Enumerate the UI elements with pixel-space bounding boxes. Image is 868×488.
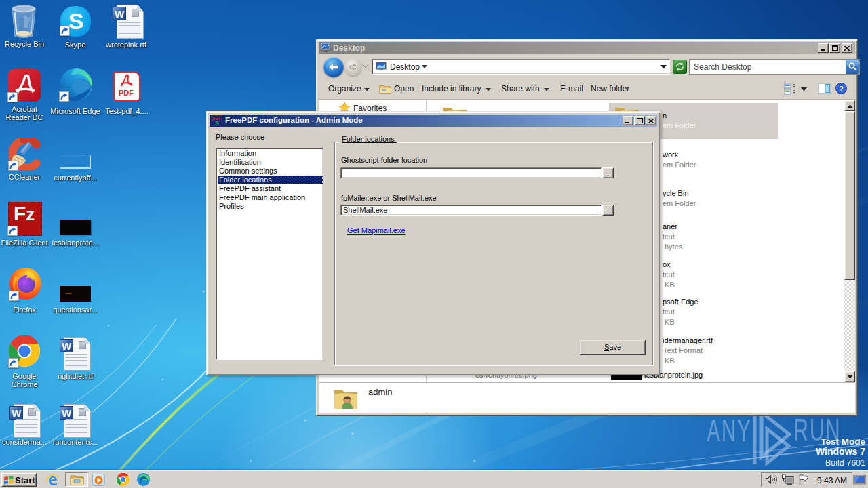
svg-text:ANY: ANY (707, 413, 751, 448)
svg-text:Test Mode: Test Mode (821, 436, 865, 447)
svg-text:Build 7601: Build 7601 (825, 458, 865, 468)
svg-text:PDF: PDF (119, 89, 134, 97)
svg-text:Windows 7: Windows 7 (816, 446, 865, 457)
svg-text:?: ? (839, 85, 843, 93)
